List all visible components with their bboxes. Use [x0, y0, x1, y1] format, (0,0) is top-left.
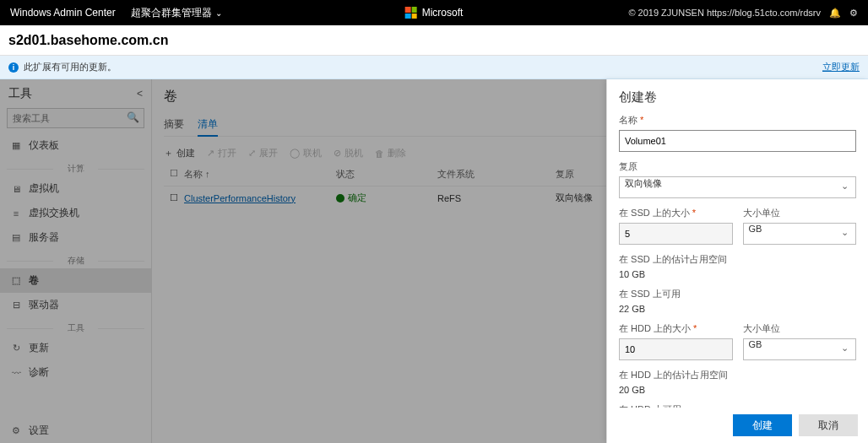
- sidebar-item-label: 卷: [29, 273, 39, 288]
- microsoft-brand: Microsoft: [405, 7, 464, 19]
- ssd-size-input[interactable]: [619, 223, 733, 245]
- sidebar-item-label: 驱动器: [29, 298, 59, 312]
- delete-button[interactable]: 🗑 删除: [375, 147, 406, 159]
- sidebar-item-vm[interactable]: 🖥虚拟机: [0, 176, 151, 201]
- toolbar-label: 展开: [259, 147, 278, 159]
- cell-filesystem: ReFS: [437, 193, 556, 203]
- hdd-est-value: 20 GB: [619, 385, 856, 395]
- tab-list[interactable]: 清单: [198, 114, 218, 137]
- settings-icon[interactable]: ⚙: [849, 8, 858, 19]
- switch-icon: ≡: [10, 208, 22, 219]
- context-label: 超聚合群集管理器: [131, 6, 212, 20]
- ssd-size-label: 在 SSD 上的大小: [619, 207, 733, 219]
- diagnose-icon: 〰: [10, 368, 22, 378]
- ssd-unit-label: 大小单位: [743, 207, 857, 219]
- top-bar: Windows Admin Center 超聚合群集管理器 ⌄ Microsof…: [0, 0, 868, 25]
- create-button[interactable]: ＋ 创建: [164, 147, 195, 159]
- sidebar-header: 工具 <: [0, 79, 151, 108]
- sidebar-item-label: 诊断: [29, 365, 49, 380]
- name-label: 名称: [619, 114, 856, 127]
- volume-name-input[interactable]: [619, 130, 856, 152]
- gear-icon: ⚙: [10, 425, 22, 436]
- hdd-size-input[interactable]: [619, 338, 733, 360]
- resiliency-label: 复原: [619, 160, 856, 173]
- hdd-est-label: 在 HDD 上的估计占用空间: [619, 369, 856, 381]
- info-icon: i: [8, 62, 19, 73]
- panel-body: 创建卷 名称 复原 双向镜像 在 SSD 上的大小 大小单位 GB 在 SSD …: [607, 79, 868, 408]
- sidebar-item-updates[interactable]: ↻更新: [0, 336, 151, 360]
- ssd-est-label: 在 SSD 上的估计占用空间: [619, 253, 856, 266]
- ssd-avail-value: 22 GB: [619, 304, 856, 314]
- hdd-size-label: 在 HDD 上的大小: [619, 322, 733, 335]
- update-notice: i 此扩展有可用的更新。 立即更新: [0, 56, 868, 79]
- toolbar-label: 联机: [303, 147, 322, 159]
- dashboard-icon: ▦: [10, 140, 22, 151]
- column-filesystem[interactable]: 文件系统: [437, 168, 556, 181]
- toolbar-label: 创建: [176, 147, 195, 159]
- sidebar-search[interactable]: 🔍: [7, 108, 144, 128]
- host-bar: s2d01.basehome.com.cn: [0, 25, 868, 56]
- ssd-unit-select[interactable]: GB: [743, 223, 857, 245]
- status-ok-badge: 确定: [336, 192, 366, 204]
- sidebar-item-drives[interactable]: ⊟驱动器: [0, 293, 151, 317]
- ssd-avail-label: 在 SSD 上可用: [619, 288, 856, 300]
- microsoft-logo-icon: [405, 7, 417, 19]
- sidebar-title: 工具: [8, 86, 32, 101]
- chevron-down-icon: ⌄: [215, 8, 222, 18]
- toolbar-label: 脱机: [344, 147, 363, 159]
- sidebar-item-volumes[interactable]: ⬚卷: [0, 268, 151, 293]
- microsoft-label: Microsoft: [422, 7, 464, 19]
- sidebar-item-label: 更新: [29, 341, 49, 355]
- watermark-text: © 2019 ZJUNSEN https://blog.51cto.com/rd…: [628, 8, 821, 18]
- panel-footer: 创建 取消: [607, 408, 868, 443]
- sidebar-item-vswitch[interactable]: ≡虚拟交换机: [0, 201, 151, 225]
- sidebar: 工具 < 🔍 ▦仪表板 计算 🖥虚拟机 ≡虚拟交换机 ▤服务器 存储 ⬚卷 ⊟驱…: [0, 79, 152, 443]
- volume-name-link[interactable]: ClusterPerformanceHistory: [184, 193, 296, 203]
- collapse-icon[interactable]: <: [137, 88, 143, 100]
- toolbar-label: 删除: [388, 147, 406, 159]
- volume-icon: ⬚: [10, 275, 22, 286]
- sidebar-item-settings[interactable]: ⚙设置: [0, 419, 151, 443]
- vm-icon: 🖥: [10, 184, 22, 194]
- resiliency-select[interactable]: 双向镜像: [619, 176, 856, 198]
- search-icon: 🔍: [127, 111, 139, 123]
- cancel-button[interactable]: 取消: [799, 414, 858, 436]
- create-volume-panel: 创建卷 名称 复原 双向镜像 在 SSD 上的大小 大小单位 GB 在 SSD …: [606, 79, 868, 443]
- select-all-checkbox[interactable]: ☐: [164, 168, 184, 181]
- create-submit-button[interactable]: 创建: [733, 414, 792, 436]
- hdd-unit-label: 大小单位: [743, 322, 857, 335]
- brand-label: Windows Admin Center: [10, 7, 116, 19]
- update-now-link[interactable]: 立即更新: [822, 61, 860, 73]
- expand-button[interactable]: ⤢ 展开: [248, 147, 278, 159]
- hdd-unit-select[interactable]: GB: [743, 338, 857, 360]
- offline-button[interactable]: ⊘ 脱机: [334, 147, 363, 159]
- column-status[interactable]: 状态: [336, 168, 437, 181]
- select-value: GB: [749, 224, 762, 234]
- search-input[interactable]: [7, 108, 144, 128]
- sidebar-item-diagnose[interactable]: 〰诊断: [0, 360, 151, 385]
- context-switcher[interactable]: 超聚合群集管理器 ⌄: [131, 6, 222, 20]
- select-value: 双向镜像: [625, 178, 662, 188]
- notification-icon[interactable]: 🔔: [829, 8, 841, 19]
- server-icon: ▤: [10, 232, 22, 243]
- open-button[interactable]: ↗ 打开: [207, 147, 236, 159]
- sidebar-item-servers[interactable]: ▤服务器: [0, 225, 151, 250]
- row-checkbox[interactable]: ☐: [164, 192, 184, 203]
- online-button[interactable]: ◯ 联机: [290, 147, 322, 159]
- notice-text: 此扩展有可用的更新。: [24, 61, 117, 73]
- toolbar-label: 打开: [218, 147, 236, 159]
- update-icon: ↻: [10, 343, 22, 354]
- sidebar-item-dashboard[interactable]: ▦仪表板: [0, 133, 151, 158]
- topbar-right: © 2019 ZJUNSEN https://blog.51cto.com/rd…: [628, 8, 858, 19]
- sidebar-item-label: 仪表板: [29, 138, 59, 153]
- sidebar-item-label: 设置: [29, 424, 49, 438]
- nav-group-storage: 存储: [0, 255, 151, 267]
- column-name[interactable]: 名称 ↑: [184, 168, 336, 181]
- host-name: s2d01.basehome.com.cn: [8, 33, 168, 48]
- tab-summary[interactable]: 摘要: [164, 114, 184, 136]
- ssd-est-value: 10 GB: [619, 269, 856, 279]
- nav-group-tools: 工具: [0, 322, 151, 334]
- nav-group-compute: 计算: [0, 163, 151, 175]
- drive-icon: ⊟: [10, 300, 22, 311]
- main-area: 工具 < 🔍 ▦仪表板 计算 🖥虚拟机 ≡虚拟交换机 ▤服务器 存储 ⬚卷 ⊟驱…: [0, 79, 868, 443]
